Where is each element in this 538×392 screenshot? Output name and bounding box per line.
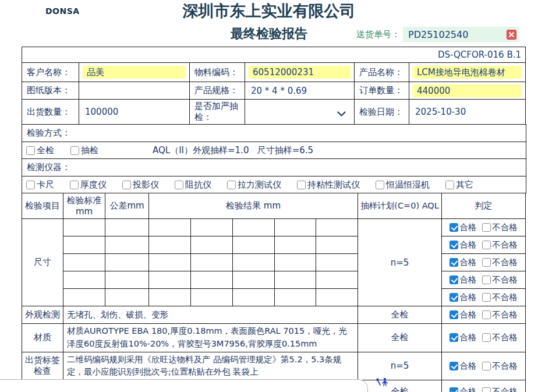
order-qty-input[interactable]: 440000 [413,84,522,97]
result-cell [63,271,105,289]
spec-label: 产品规格： [190,82,245,100]
fail-label: 不合格 [492,257,518,268]
header-judge: 判定 [442,193,526,219]
bottom-popup-overlay [0,379,368,392]
result-cell [149,219,191,236]
pass-checkbox[interactable] [449,276,458,284]
shipping-label-row: 出货标签检查 二维码编码规则采用《欣旺达物料及产 品编码管理规定》第5.2，5.… [22,352,526,380]
result-cell [149,271,191,289]
result-cell [316,271,358,289]
result-cell [149,254,191,271]
result-cell [63,236,105,254]
row-plan: n=5 [358,352,442,380]
result-cell [233,289,275,306]
result-cell [191,271,233,289]
result-cell [191,254,233,271]
instruments-title: 检测仪器： [22,159,526,176]
pass-checkbox[interactable] [449,241,458,249]
pass-label: 合格 [459,257,476,268]
customer-label: 客户名称： [22,63,79,82]
fail-label: 不合格 [492,386,518,392]
pass-label: 合格 [459,361,476,372]
instrument-checkbox-thickness-gauge[interactable] [70,181,79,189]
pass-checkbox[interactable] [449,258,458,267]
report-table: DS-QCFOR-016 B.1 客户名称： 品美 物料编码： 60512000… [22,47,526,392]
customer-input[interactable]: 品美 [83,66,186,79]
dimension-row: 合格不合格 [22,289,526,306]
aql-text: AQL（II）外观抽样=1.0 尺寸抽样=6.5 [153,145,313,156]
instrument-label: 卡尺 [37,179,54,190]
final-inspection-report-page: DONSA 深圳市东上实业有限公司 最终检验报告 送货单号： PD2510254… [0,0,538,392]
result-cell [63,254,105,271]
instrument-checkbox-tension-tester[interactable] [227,181,236,189]
instrument-checkbox-projector[interactable] [122,181,131,189]
order-qty-label: 订单数量： [355,82,409,100]
assistive-pointer-icon [375,376,390,392]
instrument-label: 其它 [456,179,473,190]
instrument-checkbox-adhesion-tester[interactable] [297,181,306,189]
pass-label: 合格 [459,239,476,250]
pass-checkbox[interactable] [449,293,458,302]
product-name-label: 产品名称： [355,63,409,82]
fail-label: 不合格 [492,222,518,233]
pass-checkbox[interactable] [449,362,458,370]
dimension-row: 合格不合格 [22,271,526,289]
instrument-checkbox-climate-chamber[interactable] [376,181,384,189]
method-section: 检验方式： 全检 抽检 AQL（II）外观抽样=1.0 尺寸抽样=6.5 检测仪… [22,124,526,193]
pass-checkbox[interactable] [449,333,458,342]
result-cell [191,236,233,254]
fail-label: 不合格 [492,361,518,372]
row-plan: 全检 [358,380,442,392]
fail-checkbox[interactable] [482,276,491,284]
strict-sampling-dropdown[interactable] [245,100,355,125]
result-cell [233,254,275,271]
delivery-number-input[interactable]: PD25102540 [403,27,519,42]
fail-checkbox[interactable] [482,258,491,267]
fail-checkbox[interactable] [482,333,491,342]
result-cell [275,289,316,306]
full-inspection-label: 全检 [37,145,54,156]
instrument-label: 持粘性测试仪 [307,179,360,190]
info-row-3: 出货数量： 100000 是否加严抽检： 检验日期： 2025-10-30 [22,100,526,125]
pass-checkbox[interactable] [449,310,458,319]
delivery-number-value: PD25102540 [408,29,507,40]
pass-checkbox[interactable] [449,387,458,392]
row-desc: 材质AUROTYPE EBA 180,厚度0.18mm，表面颜色RAL 7015… [63,324,358,352]
strict-sampling-label: 是否加严抽检： [190,100,245,125]
fail-checkbox[interactable] [482,362,491,370]
sampling-checkbox[interactable] [70,146,79,155]
inspect-date-value: 2025-10-30 [409,100,526,125]
dimension-label: 尺寸 [22,219,63,306]
fail-checkbox[interactable] [482,223,491,232]
fail-label: 不合格 [492,309,518,320]
fail-checkbox[interactable] [482,241,491,249]
full-inspection-checkbox[interactable] [26,146,35,155]
appearance-row: 外观检测 无堵孔、划伤、破损、变形 全检 合格不合格 [22,306,526,324]
material-code-input[interactable]: 60512000231 [249,66,351,79]
sampling-label: 抽检 [81,145,98,156]
fail-checkbox[interactable] [482,387,491,392]
doc-code-row: DS-QCFOR-016 B.1 [22,47,526,63]
fail-label: 不合格 [492,332,518,343]
pass-label: 合格 [459,274,476,285]
row-plan: 全检 [358,306,442,324]
info-section: DS-QCFOR-016 B.1 客户名称： 品美 物料编码： 60512000… [22,47,526,125]
inspection-results-table: 检验项目 检验标准mm 公差mm 检验结果 mm 抽样计划(C=0) AQL 判… [22,193,526,392]
row-plan: 全检 [358,324,442,352]
pass-checkbox[interactable] [449,223,458,232]
fail-label: 不合格 [492,292,518,303]
material-row: 材质 材质AUROTYPE EBA 180,厚度0.18mm，表面颜色RAL 7… [22,324,526,352]
result-cell [316,254,358,271]
product-name-input[interactable]: LCM接地导电泡棉卷材 [413,66,522,79]
result-cell [63,289,105,306]
spec-value: 20 * 4 * 0.69 [245,82,355,100]
fail-checkbox[interactable] [482,293,491,302]
result-cell [105,219,149,236]
instrument-checkbox-caliper[interactable] [26,181,35,189]
header-item: 检验项目 [22,193,63,219]
result-cell [149,289,191,306]
header-tolerance: 公差mm [105,193,149,219]
fail-checkbox[interactable] [482,310,491,319]
instrument-checkbox-other[interactable] [445,181,454,189]
instrument-checkbox-impedance[interactable] [175,181,183,189]
